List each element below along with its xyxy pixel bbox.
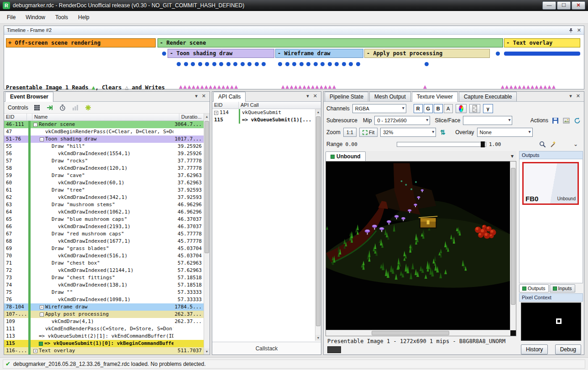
timeline-bar-toon[interactable]: - Toon shading draw	[168, 49, 274, 58]
panel-menu-icon[interactable]: ▾	[569, 93, 572, 99]
autofit-range-icon[interactable]	[538, 140, 546, 148]
timeline-close-icon[interactable]: ✕	[577, 27, 581, 33]
event-row-47[interactable]: 47vkCmdBeginRenderPass(C=Clear, D=Clear,…	[4, 128, 204, 135]
panel-close-icon[interactable]: ✕	[202, 93, 206, 99]
draw-event-dot[interactable]	[299, 62, 304, 66]
api-table-header[interactable]: EID API Call	[212, 102, 321, 109]
event-row-111[interactable]: 111vkCmdEndRenderPass(C=Store, D=Store, …	[4, 325, 204, 333]
range-min[interactable]: 0.00	[345, 141, 357, 147]
timeline-marker-dot[interactable]	[496, 52, 500, 56]
timeline-bar-render-scene[interactable]: - Render scene	[158, 38, 503, 47]
tab-pipeline-state[interactable]: Pipeline State	[325, 92, 368, 101]
draw-event-dot[interactable]	[226, 62, 231, 66]
channel-a-button[interactable]: A	[444, 104, 453, 113]
history-button[interactable]: History	[521, 344, 548, 354]
pin-icon[interactable]	[568, 28, 573, 33]
event-browser-scrollbar[interactable]: ▲ ▼	[204, 114, 210, 354]
menu-tools[interactable]: Tools	[50, 12, 73, 23]
texture-display[interactable]	[326, 161, 516, 336]
menu-file[interactable]: File	[2, 12, 21, 23]
range-slider[interactable]	[397, 142, 486, 147]
timeline-bar-wireframe[interactable]: - Wireframe draw	[275, 49, 363, 58]
event-row-56[interactable]: 56vkCmdDrawIndexed(1554,1)39.25926	[4, 150, 204, 157]
draw-event-dot[interactable]	[198, 62, 202, 66]
event-row-65[interactable]: 65Draw "blue mushroom caps"46.37037	[4, 216, 204, 223]
draw-event-dot[interactable]	[342, 62, 346, 66]
menu-help[interactable]: Help	[73, 12, 94, 23]
collapse-icon[interactable]: -	[40, 137, 44, 141]
sliceface-dropdown[interactable]	[463, 116, 512, 125]
mip-dropdown[interactable]: 0 - 1272x690	[374, 116, 430, 125]
draw-event-dot[interactable]	[241, 62, 245, 66]
tab-event-browser[interactable]: Event Browser	[5, 92, 53, 102]
draw-event-dot[interactable]	[247, 62, 252, 66]
timeline-draw-dots-wireframe[interactable]	[278, 62, 360, 66]
event-row-61[interactable]: 61Draw "tree"37.92593	[4, 187, 204, 194]
timeline-draw-dots-toon[interactable]	[177, 62, 266, 66]
event-row-115[interactable]: 115=> vkQueueSubmit(1)[0]: vkBeginComman…	[4, 340, 204, 347]
event-row-51-76[interactable]: 51-76-Toon shading draw1017.7...	[4, 135, 204, 143]
draw-event-dot[interactable]	[233, 62, 237, 66]
draw-event-dot[interactable]	[320, 62, 325, 66]
draw-event-dot[interactable]	[292, 62, 296, 66]
menu-window[interactable]: Window	[21, 12, 50, 23]
stats-icon[interactable]	[71, 104, 79, 112]
event-row-70[interactable]: 70vkCmdDrawIndexed(516,1)45.03704	[4, 252, 204, 260]
event-row-59[interactable]: 59Draw "cave"37.62963	[4, 172, 204, 179]
event-row-68[interactable]: 68vkCmdDrawIndexed(1677,1)45.77778	[4, 238, 204, 245]
timeline-draw-dots-post[interactable]	[425, 62, 429, 66]
texture-vscrollbar[interactable]	[510, 162, 516, 330]
fit-button[interactable]: Fit	[359, 128, 378, 137]
tab-mesh-output[interactable]: Mesh Output	[369, 92, 411, 101]
tab-api-calls[interactable]: API Calls	[213, 92, 246, 102]
tab-texture-viewer[interactable]: Texture Viewer	[412, 92, 458, 102]
api-calls-scrollbar[interactable]: ▲ ▼	[315, 109, 321, 341]
range-wand-icon[interactable]	[549, 140, 557, 148]
event-row-116-...[interactable]: 116-...+Text overlay511.7037	[4, 347, 204, 354]
debug-button[interactable]: Debug	[555, 344, 581, 354]
event-row-107-...[interactable]: 107-...-Apply post processing262.37...	[4, 311, 204, 318]
panel-close-icon[interactable]: ✕	[576, 93, 580, 99]
timer-icon[interactable]	[58, 104, 67, 112]
channel-b-button[interactable]: B	[434, 104, 443, 113]
event-row-67[interactable]: 67Draw "red mushroom caps"45.77778	[4, 230, 204, 238]
maximize-button[interactable]: ☐	[557, 1, 571, 10]
draw-event-dot[interactable]	[262, 62, 266, 66]
goto-eid-icon[interactable]	[46, 104, 54, 112]
event-row-64[interactable]: 64vkCmdDrawIndexed(1062,1)46.96296	[4, 208, 204, 216]
range-options-icon[interactable]: ⌄	[573, 141, 578, 147]
channel-r-button[interactable]: R	[414, 104, 423, 113]
gamma-button[interactable]: γ	[483, 104, 493, 113]
draw-event-dot[interactable]	[349, 62, 353, 66]
timeline-bar-offscreen[interactable]: + Off-screen scene rendering	[6, 38, 156, 47]
expand-icon[interactable]: +	[214, 111, 218, 115]
api-row-115[interactable]: 115=> vkQueueSubmit(1)[...	[212, 116, 315, 124]
tab-capture-executable[interactable]: Capture Executable	[459, 92, 517, 101]
scroll-up-icon[interactable]: ▲	[315, 109, 321, 115]
event-row-69[interactable]: 69Draw "grass blades"45.03704	[4, 245, 204, 252]
draw-event-dot[interactable]	[328, 62, 332, 66]
draw-event-dot[interactable]	[177, 62, 181, 66]
event-row-109[interactable]: 109vkCmdDraw(4,1)262.37...	[4, 318, 204, 325]
panel-menu-icon[interactable]: ▾	[306, 93, 309, 99]
scroll-down-icon[interactable]: ▼	[315, 335, 321, 341]
draw-event-dot[interactable]	[212, 62, 216, 66]
event-row-57[interactable]: 57Draw "rocks"37.77778	[4, 157, 204, 165]
zoom-1to1-button[interactable]: 1:1	[343, 128, 357, 137]
pixel-context-view[interactable]	[521, 302, 581, 341]
minimize-button[interactable]: —	[542, 1, 556, 10]
draw-event-dot[interactable]	[278, 62, 282, 66]
flip-y-icon[interactable]: ⇅	[439, 128, 447, 136]
expand-icon[interactable]: +	[33, 349, 37, 353]
collapse-icon[interactable]: -	[40, 313, 44, 317]
draw-event-dot[interactable]	[314, 62, 318, 66]
panel-menu-icon[interactable]: ▾	[195, 93, 198, 99]
timeline-bar-post[interactable]: - Apply post processing	[364, 49, 490, 58]
write-triangles-group[interactable]: ▲▲▲▲▲▲▲▲▲▲▲▲▲	[501, 83, 556, 90]
scroll-up-icon[interactable]: ▲	[204, 114, 210, 120]
zoom-dropdown[interactable]: 32%	[380, 128, 436, 137]
api-row-114[interactable]: +114vkQueueSubmit	[212, 109, 315, 116]
range-handle[interactable]	[481, 141, 485, 147]
draw-event-dot[interactable]	[184, 62, 188, 66]
refresh-icon[interactable]	[573, 116, 581, 125]
